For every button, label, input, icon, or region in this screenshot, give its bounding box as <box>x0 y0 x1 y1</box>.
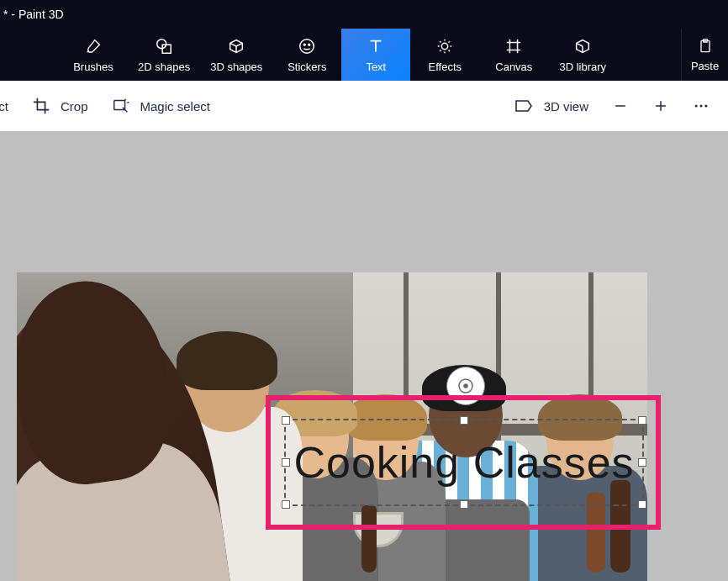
svg-point-4 <box>309 44 310 45</box>
svg-point-11 <box>704 105 707 108</box>
resize-handle-tm[interactable] <box>460 416 468 425</box>
2d-shapes-icon <box>155 37 173 55</box>
effects-label: Effects <box>429 61 462 73</box>
stickers-label: Stickers <box>288 61 326 73</box>
brush-icon <box>84 37 103 55</box>
select-button[interactable]: ect <box>0 94 20 119</box>
ellipsis-icon <box>693 98 710 114</box>
brushes-label: Brushes <box>73 61 113 73</box>
3d-library-button[interactable]: 3D library <box>548 29 617 81</box>
stickers-icon <box>298 37 316 55</box>
resize-handle-bm[interactable] <box>460 500 468 509</box>
paste-icon <box>697 38 714 55</box>
3d-library-label: 3D library <box>560 61 607 73</box>
effects-icon <box>435 37 454 55</box>
3d-view-icon <box>514 98 534 114</box>
3d-shapes-label: 3D shapes <box>210 61 262 73</box>
title-bar: * - Paint 3D <box>0 0 728 29</box>
svg-point-5 <box>442 43 448 49</box>
text-button[interactable]: Text <box>341 29 410 81</box>
3d-view-label: 3D view <box>544 99 588 114</box>
canvas-label: Canvas <box>495 61 532 73</box>
svg-point-0 <box>157 39 166 48</box>
canvas-area[interactable]: Cooking Classes <box>0 131 728 581</box>
svg-point-2 <box>300 39 314 53</box>
brushes-button[interactable]: Brushes <box>59 29 128 81</box>
svg-point-13 <box>464 384 467 388</box>
more-options-button[interactable] <box>681 86 721 126</box>
canvas-icon <box>504 37 523 55</box>
crop-label: Crop <box>61 99 88 114</box>
main-toolbar: Brushes 2D shapes 3D shapes Stickers Tex… <box>0 29 728 81</box>
resize-handle-ml[interactable] <box>282 458 290 467</box>
zoom-in-button[interactable] <box>641 86 681 126</box>
svg-point-10 <box>700 105 703 108</box>
3d-shapes-icon <box>227 37 245 55</box>
resize-handle-bl[interactable] <box>282 500 290 509</box>
svg-rect-1 <box>162 45 171 53</box>
resize-handle-mr[interactable] <box>638 458 646 467</box>
resize-handle-tr[interactable] <box>638 416 646 425</box>
plus-icon <box>652 98 669 114</box>
3d-view-button[interactable]: 3D view <box>502 92 600 119</box>
rotate-handle[interactable] <box>446 367 485 405</box>
svg-point-9 <box>695 105 698 108</box>
canvas-button[interactable]: Canvas <box>479 29 548 81</box>
text-label: Text <box>366 61 386 73</box>
2d-shapes-button[interactable]: 2D shapes <box>128 29 200 81</box>
paste-label: Paste <box>691 60 719 72</box>
2d-shapes-label: 2D shapes <box>138 61 190 73</box>
svg-point-3 <box>304 44 306 45</box>
text-icon <box>367 37 385 55</box>
text-overlay[interactable]: Cooking Classes <box>293 437 634 488</box>
window-title: * - Paint 3D <box>3 8 64 21</box>
3d-library-icon <box>573 37 592 55</box>
secondary-toolbar: ect Crop Magic select 3D view <box>0 81 728 131</box>
magic-select-label: Magic select <box>140 99 210 114</box>
crop-button[interactable]: Crop <box>20 92 100 120</box>
text-selection-box[interactable]: Cooking Classes <box>284 419 644 506</box>
resize-handle-tl[interactable] <box>282 416 290 425</box>
minus-icon <box>612 98 629 114</box>
select-label: ect <box>0 99 8 114</box>
magic-select-button[interactable]: Magic select <box>100 92 222 120</box>
stickers-button[interactable]: Stickers <box>272 29 341 81</box>
3d-shapes-button[interactable]: 3D shapes <box>200 29 272 81</box>
crop-icon <box>32 97 50 115</box>
rotate-icon <box>456 376 476 396</box>
paste-button[interactable]: Paste <box>681 29 728 81</box>
resize-handle-br[interactable] <box>638 500 646 509</box>
magic-select-icon <box>112 97 130 115</box>
zoom-out-button[interactable] <box>600 86 641 126</box>
effects-button[interactable]: Effects <box>410 29 479 81</box>
